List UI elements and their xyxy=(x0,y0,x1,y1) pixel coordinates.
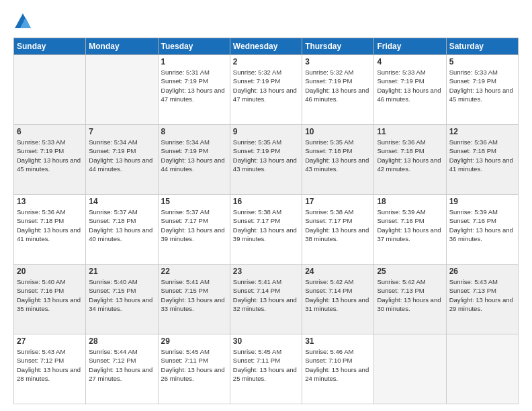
calendar-cell: 4Sunrise: 5:33 AMSunset: 7:19 PMDaylight… xyxy=(374,55,446,125)
day-number: 26 xyxy=(449,267,515,276)
day-header-monday: Monday xyxy=(86,38,158,55)
calendar-cell: 30Sunrise: 5:45 AMSunset: 7:11 PMDayligh… xyxy=(230,334,302,404)
day-number: 13 xyxy=(17,197,83,206)
day-number: 12 xyxy=(449,127,515,136)
day-info: Sunrise: 5:33 AMSunset: 7:19 PMDaylight:… xyxy=(449,68,515,103)
day-number: 20 xyxy=(17,267,83,276)
day-number: 7 xyxy=(89,127,154,136)
day-info: Sunrise: 5:38 AMSunset: 7:17 PMDaylight:… xyxy=(233,208,299,243)
calendar-cell: 8Sunrise: 5:34 AMSunset: 7:19 PMDaylight… xyxy=(158,125,230,195)
day-number: 25 xyxy=(377,267,443,276)
calendar-header-row: SundayMondayTuesdayWednesdayThursdayFrid… xyxy=(14,38,519,55)
day-number: 18 xyxy=(377,197,443,206)
day-info: Sunrise: 5:36 AMSunset: 7:18 PMDaylight:… xyxy=(449,138,515,173)
day-info: Sunrise: 5:41 AMSunset: 7:14 PMDaylight:… xyxy=(233,277,299,313)
day-info: Sunrise: 5:45 AMSunset: 7:11 PMDaylight:… xyxy=(233,347,299,383)
day-header-sunday: Sunday xyxy=(14,38,86,55)
day-info: Sunrise: 5:40 AMSunset: 7:16 PMDaylight:… xyxy=(17,277,83,313)
calendar-cell: 6Sunrise: 5:33 AMSunset: 7:19 PMDaylight… xyxy=(14,125,86,195)
calendar-cell: 25Sunrise: 5:42 AMSunset: 7:13 PMDayligh… xyxy=(374,265,446,334)
calendar-cell: 21Sunrise: 5:40 AMSunset: 7:15 PMDayligh… xyxy=(86,265,158,334)
day-number: 10 xyxy=(305,127,371,136)
day-number: 15 xyxy=(161,197,227,206)
calendar-cell: 11Sunrise: 5:36 AMSunset: 7:18 PMDayligh… xyxy=(374,125,446,195)
calendar-cell: 14Sunrise: 5:37 AMSunset: 7:18 PMDayligh… xyxy=(86,195,158,265)
day-number: 5 xyxy=(449,57,515,66)
day-info: Sunrise: 5:37 AMSunset: 7:18 PMDaylight:… xyxy=(89,208,154,243)
day-number: 2 xyxy=(233,57,299,66)
day-info: Sunrise: 5:46 AMSunset: 7:10 PMDaylight:… xyxy=(305,347,371,383)
calendar-cell: 2Sunrise: 5:32 AMSunset: 7:19 PMDaylight… xyxy=(230,55,302,125)
calendar-week-row: 1Sunrise: 5:31 AMSunset: 7:19 PMDaylight… xyxy=(14,55,519,125)
calendar-cell: 29Sunrise: 5:45 AMSunset: 7:11 PMDayligh… xyxy=(158,334,230,404)
logo-icon xyxy=(13,12,32,31)
day-number: 17 xyxy=(305,197,371,206)
calendar-cell: 15Sunrise: 5:37 AMSunset: 7:17 PMDayligh… xyxy=(158,195,230,265)
day-number: 6 xyxy=(17,127,83,136)
day-number: 11 xyxy=(377,127,443,136)
day-info: Sunrise: 5:42 AMSunset: 7:14 PMDaylight:… xyxy=(305,277,371,313)
header xyxy=(13,12,519,31)
day-number: 29 xyxy=(161,336,227,346)
day-header-saturday: Saturday xyxy=(446,38,518,55)
calendar-cell: 10Sunrise: 5:35 AMSunset: 7:18 PMDayligh… xyxy=(302,125,374,195)
page: SundayMondayTuesdayWednesdayThursdayFrid… xyxy=(0,0,532,411)
calendar-cell: 5Sunrise: 5:33 AMSunset: 7:19 PMDaylight… xyxy=(446,55,518,125)
day-header-friday: Friday xyxy=(374,38,446,55)
calendar-cell: 18Sunrise: 5:39 AMSunset: 7:16 PMDayligh… xyxy=(374,195,446,265)
day-info: Sunrise: 5:41 AMSunset: 7:15 PMDaylight:… xyxy=(161,277,227,313)
calendar-cell: 24Sunrise: 5:42 AMSunset: 7:14 PMDayligh… xyxy=(302,265,374,334)
calendar-cell: 16Sunrise: 5:38 AMSunset: 7:17 PMDayligh… xyxy=(230,195,302,265)
day-number: 19 xyxy=(449,197,515,206)
calendar-cell: 1Sunrise: 5:31 AMSunset: 7:19 PMDaylight… xyxy=(158,55,230,125)
day-number: 4 xyxy=(377,57,443,66)
calendar-cell: 12Sunrise: 5:36 AMSunset: 7:18 PMDayligh… xyxy=(446,125,518,195)
calendar-week-row: 20Sunrise: 5:40 AMSunset: 7:16 PMDayligh… xyxy=(14,265,519,334)
day-header-thursday: Thursday xyxy=(302,38,374,55)
calendar-cell: 3Sunrise: 5:32 AMSunset: 7:19 PMDaylight… xyxy=(302,55,374,125)
day-info: Sunrise: 5:33 AMSunset: 7:19 PMDaylight:… xyxy=(377,68,443,103)
day-info: Sunrise: 5:43 AMSunset: 7:13 PMDaylight:… xyxy=(449,277,515,313)
day-number: 14 xyxy=(89,197,154,206)
day-info: Sunrise: 5:34 AMSunset: 7:19 PMDaylight:… xyxy=(161,138,227,173)
day-info: Sunrise: 5:40 AMSunset: 7:15 PMDaylight:… xyxy=(89,277,154,313)
day-info: Sunrise: 5:45 AMSunset: 7:11 PMDaylight:… xyxy=(161,347,227,383)
day-info: Sunrise: 5:39 AMSunset: 7:16 PMDaylight:… xyxy=(449,208,515,243)
day-number: 23 xyxy=(233,267,299,276)
calendar-week-row: 13Sunrise: 5:36 AMSunset: 7:18 PMDayligh… xyxy=(14,195,519,265)
calendar-cell: 13Sunrise: 5:36 AMSunset: 7:18 PMDayligh… xyxy=(14,195,86,265)
day-number: 22 xyxy=(161,267,227,276)
day-header-wednesday: Wednesday xyxy=(230,38,302,55)
day-number: 27 xyxy=(17,336,83,346)
day-info: Sunrise: 5:34 AMSunset: 7:19 PMDaylight:… xyxy=(89,138,154,173)
calendar-cell xyxy=(446,334,518,404)
calendar-cell: 9Sunrise: 5:35 AMSunset: 7:19 PMDaylight… xyxy=(230,125,302,195)
calendar-cell: 7Sunrise: 5:34 AMSunset: 7:19 PMDaylight… xyxy=(86,125,158,195)
calendar-cell xyxy=(14,55,86,125)
calendar-cell: 27Sunrise: 5:43 AMSunset: 7:12 PMDayligh… xyxy=(14,334,86,404)
day-number: 24 xyxy=(305,267,371,276)
day-info: Sunrise: 5:38 AMSunset: 7:17 PMDaylight:… xyxy=(305,208,371,243)
calendar-cell: 26Sunrise: 5:43 AMSunset: 7:13 PMDayligh… xyxy=(446,265,518,334)
day-info: Sunrise: 5:35 AMSunset: 7:19 PMDaylight:… xyxy=(233,138,299,173)
calendar-cell: 23Sunrise: 5:41 AMSunset: 7:14 PMDayligh… xyxy=(230,265,302,334)
calendar-cell: 19Sunrise: 5:39 AMSunset: 7:16 PMDayligh… xyxy=(446,195,518,265)
day-info: Sunrise: 5:32 AMSunset: 7:19 PMDaylight:… xyxy=(305,68,371,103)
day-info: Sunrise: 5:39 AMSunset: 7:16 PMDaylight:… xyxy=(377,208,443,243)
day-info: Sunrise: 5:32 AMSunset: 7:19 PMDaylight:… xyxy=(233,68,299,103)
day-info: Sunrise: 5:36 AMSunset: 7:18 PMDaylight:… xyxy=(377,138,443,173)
day-info: Sunrise: 5:35 AMSunset: 7:18 PMDaylight:… xyxy=(305,138,371,173)
day-header-tuesday: Tuesday xyxy=(158,38,230,55)
day-number: 30 xyxy=(233,336,299,346)
day-info: Sunrise: 5:33 AMSunset: 7:19 PMDaylight:… xyxy=(17,138,83,173)
day-info: Sunrise: 5:44 AMSunset: 7:12 PMDaylight:… xyxy=(89,347,154,383)
day-info: Sunrise: 5:42 AMSunset: 7:13 PMDaylight:… xyxy=(377,277,443,313)
day-number: 28 xyxy=(89,336,154,346)
day-number: 9 xyxy=(233,127,299,136)
calendar-cell xyxy=(374,334,446,404)
logo xyxy=(13,12,35,31)
day-number: 16 xyxy=(233,197,299,206)
calendar-table: SundayMondayTuesdayWednesdayThursdayFrid… xyxy=(13,38,519,404)
calendar-week-row: 6Sunrise: 5:33 AMSunset: 7:19 PMDaylight… xyxy=(14,125,519,195)
calendar-cell: 20Sunrise: 5:40 AMSunset: 7:16 PMDayligh… xyxy=(14,265,86,334)
